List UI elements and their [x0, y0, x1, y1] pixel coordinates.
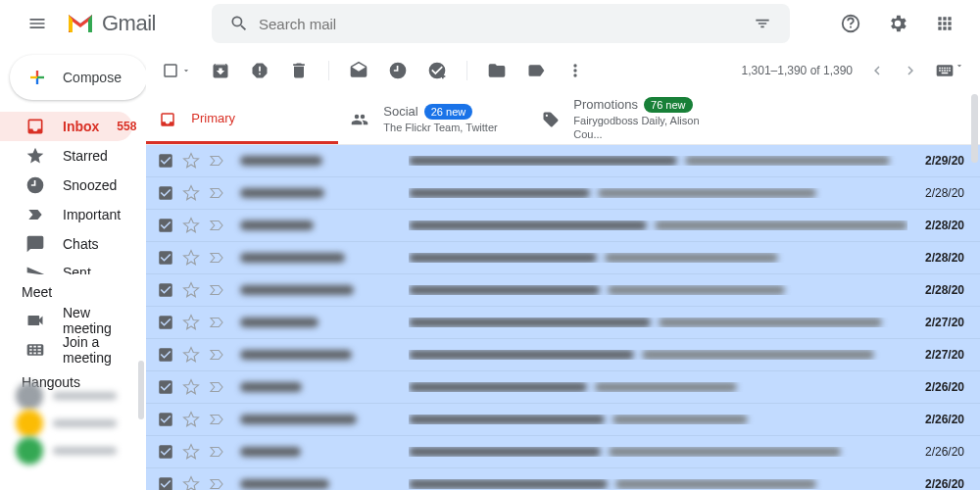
delete-button[interactable] [289, 61, 309, 80]
move-to-button[interactable] [487, 61, 507, 80]
row-checkbox[interactable] [156, 183, 175, 203]
sidebar-item-starred[interactable]: Starred [0, 141, 132, 171]
hangout-contact[interactable] [16, 382, 146, 410]
row-checkbox[interactable] [156, 377, 175, 397]
meet-join-meeting[interactable]: Join a meeting [0, 335, 132, 365]
labels-button[interactable] [526, 61, 546, 80]
divider [466, 61, 467, 80]
star-toggle[interactable] [181, 152, 201, 170]
input-tools-button[interactable] [935, 61, 964, 80]
settings-button[interactable] [878, 4, 917, 43]
importance-toggle[interactable] [207, 217, 226, 234]
tab-promotions[interactable]: Promotions76 new Fairygodboss Daily, Ali… [530, 94, 722, 144]
people-icon [350, 111, 369, 128]
video-icon [25, 311, 45, 330]
message-row[interactable]: 2/26/20 [146, 468, 980, 490]
row-checkbox[interactable] [156, 345, 175, 365]
importance-toggle[interactable] [207, 249, 226, 267]
next-page-button[interactable] [902, 62, 919, 79]
row-checkbox[interactable] [156, 280, 175, 300]
compose-button[interactable]: Compose [10, 55, 146, 100]
date: 2/28/20 [925, 251, 964, 265]
importance-toggle[interactable] [207, 314, 226, 331]
sidebar-item-snoozed[interactable]: Snoozed [0, 171, 132, 200]
row-checkbox[interactable] [156, 410, 175, 429]
row-checkbox[interactable] [156, 216, 175, 235]
importance-toggle[interactable] [207, 346, 226, 364]
tab-label: Promotions [573, 97, 638, 114]
message-row[interactable]: 2/26/20 [146, 371, 980, 404]
more-button[interactable] [565, 61, 585, 80]
message-row[interactable]: 2/27/20 [146, 339, 980, 371]
message-row[interactable]: 2/27/20 [146, 307, 980, 339]
prev-page-button[interactable] [868, 62, 886, 79]
support-button[interactable] [831, 4, 870, 43]
search-options-icon[interactable] [743, 14, 782, 33]
category-tabs: Primary Social26 new The Flickr Team, Tw… [146, 94, 980, 145]
report-spam-button[interactable] [250, 61, 270, 80]
archive-button[interactable] [211, 61, 230, 80]
star-toggle[interactable] [181, 411, 201, 428]
star-toggle[interactable] [181, 217, 201, 234]
importance-toggle[interactable] [207, 152, 226, 170]
importance-toggle[interactable] [207, 411, 226, 428]
message-row[interactable]: 2/28/20 [146, 242, 980, 274]
row-checkbox[interactable] [156, 313, 175, 332]
message-row[interactable]: 2/28/20 [146, 210, 980, 242]
hangout-contact[interactable] [16, 437, 146, 465]
sender [240, 379, 387, 395]
message-row[interactable]: 2/26/20 [146, 436, 980, 468]
star-toggle[interactable] [181, 443, 201, 461]
sidebar-item-important[interactable]: Important [0, 200, 132, 229]
mail-open-icon [349, 61, 368, 80]
sidebar-scrollbar[interactable] [138, 361, 144, 419]
importance-toggle[interactable] [207, 378, 226, 396]
apps-button[interactable] [925, 4, 964, 43]
row-checkbox[interactable] [156, 151, 175, 171]
tab-badge: 76 new [644, 97, 692, 113]
sidebar-item-inbox[interactable]: Inbox 558 [0, 112, 132, 141]
star-toggle[interactable] [181, 281, 201, 299]
star-toggle[interactable] [181, 314, 201, 331]
mark-read-button[interactable] [349, 61, 368, 80]
star-toggle[interactable] [181, 184, 201, 202]
importance-toggle[interactable] [207, 281, 226, 299]
select-all-checkbox[interactable] [162, 62, 191, 79]
tab-primary[interactable]: Primary [146, 94, 338, 144]
sidebar-item-chats[interactable]: Chats [0, 229, 132, 259]
hangout-contact[interactable] [16, 410, 146, 437]
chat-icon [25, 234, 45, 254]
importance-toggle[interactable] [207, 443, 226, 461]
date: 2/26/20 [925, 445, 964, 459]
star-toggle[interactable] [181, 346, 201, 364]
clock-icon [25, 175, 45, 195]
hamburger-icon [27, 14, 47, 33]
message-row[interactable]: 2/29/20 [146, 145, 980, 177]
add-task-button[interactable] [427, 61, 447, 80]
meet-new-meeting[interactable]: New meeting [0, 306, 132, 335]
importance-toggle[interactable] [207, 475, 226, 490]
star-toggle[interactable] [181, 249, 201, 267]
tab-social[interactable]: Social26 new The Flickr Team, Twitter [338, 94, 530, 144]
logo-area[interactable]: Gmail [67, 11, 194, 36]
row-checkbox[interactable] [156, 474, 175, 490]
sidebar-item-sent[interactable]: Sent [0, 259, 132, 274]
message-row[interactable]: 2/28/20 [146, 177, 980, 210]
sender [240, 412, 387, 427]
snooze-button[interactable] [388, 61, 408, 80]
star-toggle[interactable] [181, 378, 201, 396]
search-input[interactable] [259, 16, 743, 32]
importance-toggle[interactable] [207, 184, 226, 202]
message-row[interactable]: 2/28/20 [146, 274, 980, 307]
main-scrollbar[interactable] [971, 94, 978, 163]
row-checkbox[interactable] [156, 442, 175, 462]
row-checkbox[interactable] [156, 248, 175, 268]
search-bar[interactable] [212, 4, 790, 43]
message-row[interactable]: 2/26/20 [146, 404, 980, 436]
sidebar-item-label: Inbox [63, 119, 99, 134]
task-icon [427, 61, 447, 80]
search-icon [220, 14, 259, 33]
subject [409, 318, 907, 327]
star-toggle[interactable] [181, 475, 201, 490]
main-menu-button[interactable] [16, 2, 59, 45]
